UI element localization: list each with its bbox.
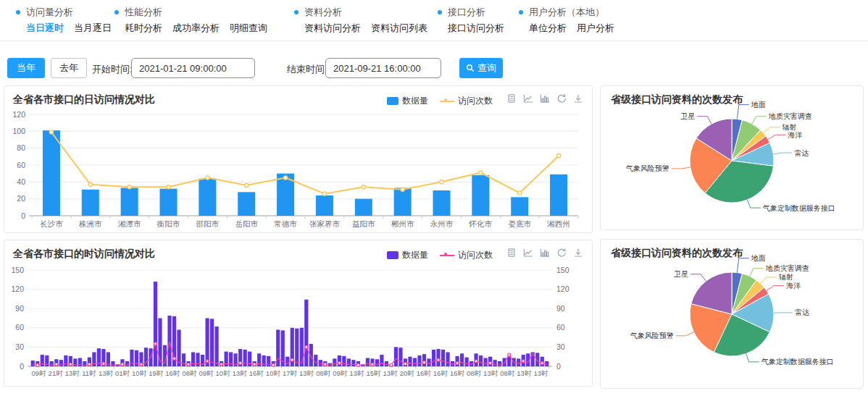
svg-text:01时: 01时 <box>115 369 130 377</box>
nav-item[interactable]: 耗时分析 <box>125 22 162 33</box>
svg-text:10时: 10时 <box>216 369 231 377</box>
svg-text:60: 60 <box>17 161 25 169</box>
daily-chart-toolbox <box>506 93 583 104</box>
svg-text:08时: 08时 <box>316 369 331 377</box>
svg-text:邵阳市: 邵阳市 <box>196 219 220 228</box>
svg-text:13时: 13时 <box>233 369 248 377</box>
search-button-label: 查询 <box>477 62 496 75</box>
svg-text:11时: 11时 <box>82 369 96 377</box>
download-icon[interactable] <box>573 248 583 258</box>
nav-group: 性能分析耗时分析成功率分析明细查询 <box>125 7 277 35</box>
svg-text:16时: 16时 <box>433 369 448 377</box>
svg-text:10时: 10时 <box>132 369 147 377</box>
svg-text:16时: 16时 <box>450 369 465 377</box>
search-button[interactable]: 查询 <box>459 58 503 78</box>
bar-series-swatch-icon <box>387 251 398 259</box>
nav-item[interactable]: 资料访问列表 <box>371 22 427 33</box>
svg-text:永州市: 永州市 <box>430 219 454 228</box>
svg-text:雷达: 雷达 <box>795 308 809 316</box>
start-time-input[interactable] <box>131 58 255 78</box>
svg-text:08时: 08时 <box>467 369 482 377</box>
svg-text:80: 80 <box>17 143 25 152</box>
svg-text:怀化市: 怀化市 <box>469 219 493 228</box>
end-time-label: 结束时间: <box>287 63 327 76</box>
nav-item[interactable]: 资料访问分析 <box>304 22 361 33</box>
line-chart-icon[interactable] <box>523 248 533 258</box>
hourly-chart-title: 全省各市接口的时访问情况对比 <box>13 248 155 261</box>
nav-item[interactable]: 明细查询 <box>230 22 267 33</box>
svg-text:地质灾害调查: 地质灾害调查 <box>765 264 809 272</box>
svg-text:08时: 08时 <box>500 369 515 377</box>
svg-text:地质灾害调查: 地质灾害调查 <box>768 112 812 120</box>
svg-text:娄底市: 娄底市 <box>508 219 531 228</box>
svg-text:150: 150 <box>11 266 24 274</box>
this-year-button[interactable]: 当年 <box>7 58 45 78</box>
svg-text:张家界市: 张家界市 <box>309 219 341 228</box>
nav-group-title: 性能分析 <box>125 7 277 18</box>
nav-group: 资料分析资料访问分析资料访问列表 <box>304 7 438 35</box>
svg-text:卫星: 卫星 <box>680 112 695 120</box>
legend-item-visit-count[interactable]: 访问次数 <box>440 249 493 261</box>
data-view-icon[interactable] <box>506 248 517 258</box>
nav-group-title: 接口分析 <box>448 7 514 18</box>
nav-group-dot-icon <box>294 10 299 14</box>
legend-item-visit-count[interactable]: 访问次数 <box>440 95 493 107</box>
daily-chart-legend: 数据量 访问次数 <box>387 95 493 107</box>
legend-item-data-volume[interactable]: 数据量 <box>387 95 428 107</box>
svg-text:150: 150 <box>556 266 569 274</box>
svg-text:16时: 16时 <box>165 369 180 377</box>
svg-text:120: 120 <box>11 285 24 293</box>
svg-text:100: 100 <box>12 127 25 135</box>
nav-group: 访问量分析当日逐时当月逐日 <box>26 7 122 35</box>
legend-item-data-volume[interactable]: 数据量 <box>387 249 428 261</box>
data-view-icon[interactable] <box>506 93 517 104</box>
nav-item[interactable]: 用户分析 <box>577 22 614 33</box>
pie-top-card: 省级接口访问资料的次数发布 地面地质灾害调查辐射海洋雷达气象定制数据服务接口气象… <box>600 85 864 230</box>
svg-text:16时: 16时 <box>249 369 264 377</box>
line-series-marker-icon <box>440 98 454 105</box>
legend-label: 访问次数 <box>458 95 493 107</box>
svg-text:海洋: 海洋 <box>788 131 802 139</box>
search-icon <box>466 64 475 72</box>
restore-icon[interactable] <box>556 248 567 258</box>
nav-item[interactable]: 单位分析 <box>529 22 567 33</box>
svg-text:海洋: 海洋 <box>786 282 801 290</box>
pie-bottom-chart: 地面地质灾害调查辐射海洋雷达气象定制数据服务接口气象风险预警卫星 <box>601 240 863 388</box>
nav-group-dot-icon <box>519 10 523 14</box>
line-series-marker-icon <box>440 252 454 259</box>
svg-text:13时: 13时 <box>349 369 364 377</box>
svg-text:120: 120 <box>556 285 569 293</box>
svg-text:60: 60 <box>556 323 565 332</box>
svg-text:长沙市: 长沙市 <box>40 219 63 228</box>
svg-text:40: 40 <box>17 177 25 186</box>
nav-item[interactable]: 当月逐日 <box>74 22 112 33</box>
svg-text:09时: 09时 <box>199 369 214 377</box>
bar-chart-icon[interactable] <box>540 93 550 104</box>
nav-item[interactable]: 成功率分析 <box>172 22 220 33</box>
legend-label: 数据量 <box>402 95 428 107</box>
svg-text:08时: 08时 <box>182 369 197 377</box>
nav-item[interactable]: 接口访问分析 <box>448 22 504 33</box>
svg-text:益阳市: 益阳市 <box>352 219 375 228</box>
nav-item[interactable]: 当日逐时 <box>26 22 64 33</box>
svg-text:气象定制数据服务接口: 气象定制数据服务接口 <box>761 358 834 366</box>
bar-chart-icon[interactable] <box>540 248 550 258</box>
hourly-bar-line-chart: 0030306060909012012015015009时21时13时11时13… <box>4 240 592 386</box>
end-time-input[interactable] <box>325 58 441 78</box>
line-chart-icon[interactable] <box>523 93 533 104</box>
svg-text:90: 90 <box>15 304 24 313</box>
svg-text:卫星: 卫星 <box>674 270 688 278</box>
download-icon[interactable] <box>573 93 583 104</box>
svg-text:常德市: 常德市 <box>274 219 297 228</box>
svg-text:13时: 13时 <box>517 369 532 377</box>
svg-text:地面: 地面 <box>751 254 766 262</box>
svg-text:13时: 13时 <box>99 369 114 377</box>
last-year-button[interactable]: 去年 <box>51 58 87 78</box>
svg-text:0: 0 <box>20 362 24 371</box>
svg-text:郴州市: 郴州市 <box>391 219 414 228</box>
top-nav: 访问量分析当日逐时当月逐日性能分析耗时分析成功率分析明细查询资料分析资料访问分析… <box>0 0 868 41</box>
svg-text:13时: 13时 <box>65 369 80 377</box>
svg-text:0: 0 <box>556 362 561 371</box>
pie-top-title: 省级接口访问资料的次数发布 <box>611 93 743 106</box>
restore-icon[interactable] <box>556 93 567 104</box>
